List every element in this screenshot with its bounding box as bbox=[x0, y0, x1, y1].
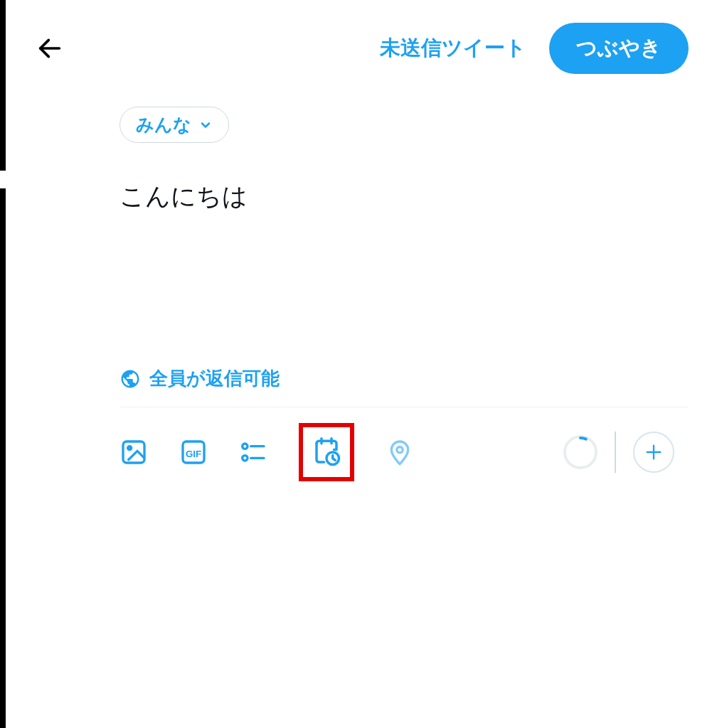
compose-toolbar: GIF bbox=[0, 407, 717, 481]
reply-settings-label: 全員が返信可能 bbox=[149, 366, 280, 391]
svg-point-5 bbox=[243, 444, 248, 449]
progress-arc-icon bbox=[563, 435, 598, 469]
character-count-progress bbox=[563, 435, 598, 469]
poll-icon bbox=[239, 438, 267, 466]
add-location-button[interactable] bbox=[386, 438, 414, 466]
schedule-button[interactable] bbox=[312, 437, 341, 467]
reply-settings[interactable]: 全員が返信可能 bbox=[120, 366, 717, 407]
plus-icon bbox=[644, 442, 664, 462]
chevron-down-icon bbox=[198, 118, 213, 132]
tweet-button[interactable]: つぶやき bbox=[549, 23, 689, 74]
header-right: 未送信ツイート つぶやき bbox=[380, 23, 689, 74]
left-edge-bar bbox=[0, 0, 6, 171]
svg-point-2 bbox=[128, 446, 132, 450]
schedule-icon bbox=[312, 437, 341, 467]
vertical-divider bbox=[615, 432, 616, 473]
location-icon bbox=[386, 438, 414, 466]
drafts-link[interactable]: 未送信ツイート bbox=[380, 34, 526, 63]
globe-icon bbox=[120, 368, 141, 390]
add-tweet-button[interactable] bbox=[633, 432, 674, 473]
tweet-text-input[interactable]: こんにちは bbox=[120, 180, 717, 213]
svg-point-12 bbox=[397, 447, 403, 453]
tool-icons: GIF bbox=[120, 423, 414, 481]
svg-text:GIF: GIF bbox=[186, 449, 201, 459]
gif-icon: GIF bbox=[179, 438, 208, 466]
svg-point-7 bbox=[243, 456, 248, 461]
left-edge-bar bbox=[0, 188, 6, 728]
audience-selector[interactable]: みんな bbox=[120, 107, 229, 143]
compose-header: 未送信ツイート つぶやき bbox=[0, 0, 717, 87]
toolbar-right bbox=[563, 432, 674, 473]
audience-label: みんな bbox=[136, 113, 191, 136]
add-poll-button[interactable] bbox=[239, 438, 267, 466]
back-arrow-icon bbox=[36, 34, 64, 63]
add-image-button[interactable] bbox=[120, 438, 148, 466]
svg-point-13 bbox=[566, 438, 595, 466]
add-gif-button[interactable]: GIF bbox=[179, 438, 208, 466]
svg-rect-1 bbox=[123, 441, 144, 463]
back-button[interactable] bbox=[36, 34, 64, 63]
image-icon bbox=[120, 438, 148, 466]
compose-content: みんな こんにちは 全員が返信可能 bbox=[0, 87, 717, 407]
schedule-highlight-box bbox=[299, 423, 354, 481]
